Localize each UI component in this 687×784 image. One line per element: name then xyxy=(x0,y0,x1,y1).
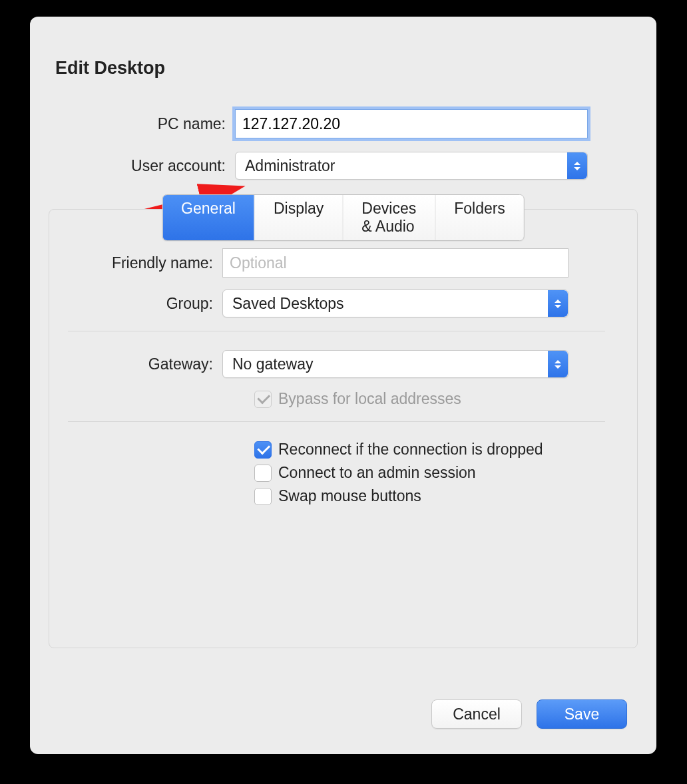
pc-name-row: PC name: xyxy=(49,109,638,138)
footer-buttons: Cancel Save xyxy=(431,699,627,729)
admin-session-checkbox[interactable] xyxy=(254,465,272,482)
admin-session-label: Connect to an admin session xyxy=(278,464,476,482)
gateway-value: No gateway xyxy=(232,355,313,373)
gateway-label: Gateway: xyxy=(63,355,222,373)
group-value: Saved Desktops xyxy=(232,295,344,313)
bypass-checkbox xyxy=(254,391,272,408)
sheet-title: Edit Desktop xyxy=(55,58,638,79)
cancel-button[interactable]: Cancel xyxy=(431,699,522,729)
pc-name-label: PC name: xyxy=(49,115,235,133)
group-select[interactable]: Saved Desktops xyxy=(222,290,569,317)
swap-mouse-label: Swap mouse buttons xyxy=(278,487,421,505)
pc-name-input[interactable] xyxy=(235,109,588,138)
tab-bar: General Display Devices & Audio Folders xyxy=(162,194,525,241)
save-button[interactable]: Save xyxy=(537,699,627,729)
divider xyxy=(68,421,605,422)
chevron-up-down-icon xyxy=(548,290,568,317)
group-label: Group: xyxy=(63,295,222,313)
user-account-value: Administrator xyxy=(245,157,335,175)
tab-devices[interactable]: Devices & Audio xyxy=(343,195,435,240)
tab-host: General Display Devices & Audio Folders … xyxy=(49,209,638,648)
tab-display[interactable]: Display xyxy=(255,195,343,240)
reconnect-checkbox[interactable] xyxy=(254,441,272,459)
reconnect-label: Reconnect if the connection is dropped xyxy=(278,441,543,459)
tab-folders[interactable]: Folders xyxy=(435,195,524,240)
bypass-label: Bypass for local addresses xyxy=(278,390,461,408)
friendly-name-input[interactable] xyxy=(222,248,569,278)
user-account-select[interactable]: Administrator xyxy=(235,152,588,180)
chevron-up-down-icon xyxy=(567,152,587,179)
swap-mouse-checkbox[interactable] xyxy=(254,488,272,505)
gateway-select[interactable]: No gateway xyxy=(222,350,569,378)
friendly-name-label: Friendly name: xyxy=(63,254,222,272)
user-account-row: User account: Administrator xyxy=(49,152,638,180)
edit-desktop-sheet: Edit Desktop PC name: User account: Admi… xyxy=(30,17,656,754)
user-account-label: User account: xyxy=(49,157,235,175)
divider xyxy=(68,331,605,331)
chevron-up-down-icon xyxy=(548,351,568,377)
tab-pane-general: Friendly name: Group: Saved Desktops Gat… xyxy=(49,209,638,648)
tab-general[interactable]: General xyxy=(162,195,255,240)
